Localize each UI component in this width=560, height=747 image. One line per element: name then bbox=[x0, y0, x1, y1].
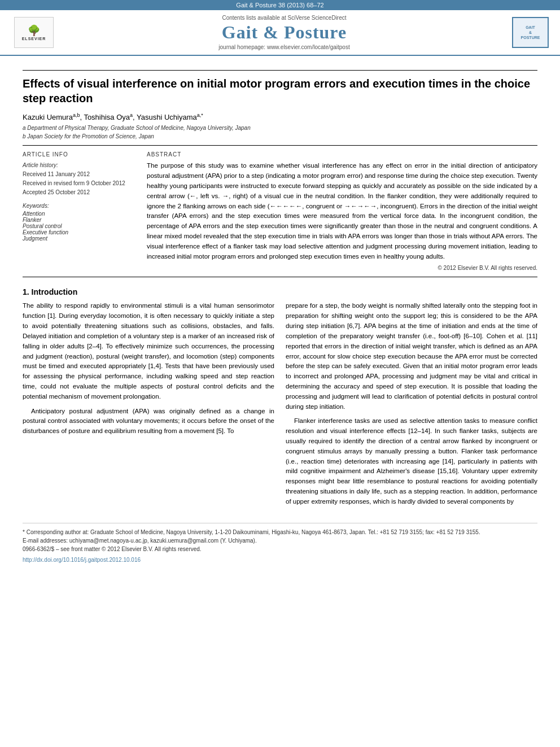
issue-label: Gait & Posture 38 (2013) 68–72 bbox=[236, 2, 323, 8]
journal-name: Gait & Posture bbox=[56, 22, 512, 43]
article-info-label: ARTICLE INFO bbox=[23, 151, 135, 158]
introduction-section: 1. Introduction The ability to respond r… bbox=[23, 287, 537, 511]
keyword-5: Judgment bbox=[23, 235, 135, 242]
author-sep2: , Yasushi Uchiyama bbox=[133, 113, 197, 121]
intro-para-2: Anticipatory postural adjustment (APA) w… bbox=[23, 407, 274, 436]
keywords-block: Keywords: Attention Flanker Postural con… bbox=[23, 203, 135, 242]
article-history: Article history: Received 11 January 201… bbox=[23, 161, 135, 197]
authors-line: Kazuki Uemuraa,b, Toshihisa Oyaa, Yasush… bbox=[23, 112, 537, 121]
keywords-label: Keywords: bbox=[23, 203, 135, 209]
article-info-col: ARTICLE INFO Article history: Received 1… bbox=[23, 151, 135, 271]
sciverse-line: Contents lists available at SciVerse Sci… bbox=[56, 15, 512, 21]
affiliation-b: b Japan Society for the Promotion of Sci… bbox=[23, 133, 537, 139]
abstract-col: ABSTRACT The purpose of this study was t… bbox=[147, 151, 537, 271]
keyword-3: Postural control bbox=[23, 223, 135, 229]
keyword-2: Flanker bbox=[23, 217, 135, 223]
gait-posture-badge: GAIT&POSTURE bbox=[512, 17, 549, 48]
revised-date: Received in revised form 9 October 2012 bbox=[23, 179, 135, 188]
body-col-left: The ability to respond rapidly to enviro… bbox=[23, 301, 274, 511]
copyright-line: © 2012 Elsevier B.V. All rights reserved… bbox=[147, 265, 537, 271]
sup-ab: a,b bbox=[73, 112, 80, 118]
intro-para-1: The ability to respond rapidly to enviro… bbox=[23, 301, 274, 401]
info-abstract-columns: ARTICLE INFO Article history: Received 1… bbox=[23, 151, 537, 271]
keywords-list: Attention Flanker Postural control Execu… bbox=[23, 211, 135, 242]
body-col-right: prepare for a step, the body weight is n… bbox=[286, 301, 537, 511]
page-wrapper: Gait & Posture 38 (2013) 68–72 🌳 ELSEVIE… bbox=[0, 0, 560, 573]
doi-line[interactable]: http://dx.doi.org/10.1016/j.gaitpost.201… bbox=[23, 556, 537, 564]
issn-line: 0966-6362/$ – see front matter © 2012 El… bbox=[23, 545, 537, 553]
elsevier-logo: 🌳 ELSEVIER bbox=[11, 17, 56, 48]
author-sep1: , Toshihisa Oya bbox=[80, 113, 130, 121]
keyword-1: Attention bbox=[23, 211, 135, 217]
sciverse-text: Contents lists available at SciVerse Sci… bbox=[222, 15, 346, 21]
journal-homepage: journal homepage: www.elsevier.com/locat… bbox=[56, 44, 512, 50]
journal-header: 🌳 ELSEVIER Contents lists available at S… bbox=[0, 10, 560, 56]
body-columns: The ability to respond rapidly to enviro… bbox=[23, 301, 537, 511]
elsevier-text: ELSEVIER bbox=[22, 37, 46, 41]
abstract-text: The purpose of this study was to examine… bbox=[147, 161, 537, 261]
footnote-area: * Corresponding author at: Graduate Scho… bbox=[23, 523, 537, 564]
top-divider bbox=[23, 70, 537, 71]
mid-divider bbox=[23, 145, 537, 146]
body-divider bbox=[23, 277, 537, 277]
header-bar: Gait & Posture 38 (2013) 68–72 bbox=[0, 0, 560, 10]
keyword-4: Executive function bbox=[23, 229, 135, 235]
journal-header-center: Contents lists available at SciVerse Sci… bbox=[56, 15, 512, 50]
abstract-label: ABSTRACT bbox=[147, 151, 537, 158]
gait-posture-badge-text: GAIT&POSTURE bbox=[521, 25, 540, 40]
corresponding-author: * Corresponding author at: Graduate Scho… bbox=[23, 528, 537, 536]
article-title: Effects of visual interference on initia… bbox=[23, 76, 537, 106]
elsevier-tree-icon: 🌳 bbox=[28, 24, 40, 37]
elsevier-logo-box: 🌳 ELSEVIER bbox=[14, 17, 54, 48]
history-label: Article history: bbox=[23, 161, 135, 170]
accepted-date: Accepted 25 October 2012 bbox=[23, 188, 135, 197]
email-line: E-mail addresses: uchiyama@met.nagoya-u.… bbox=[23, 536, 537, 545]
body-para-2: Flanker interference tasks are used as s… bbox=[286, 416, 537, 506]
article-content: Effects of visual interference on initia… bbox=[0, 56, 560, 573]
body-para-1: prepare for a step, the body weight is n… bbox=[286, 301, 537, 412]
sup-a2: a,* bbox=[197, 112, 203, 118]
author-kazuki: Kazuki Uemura bbox=[23, 113, 73, 121]
intro-title: 1. Introduction bbox=[23, 287, 537, 296]
affiliation-a: a Department of Physical Therapy, Gradua… bbox=[23, 125, 537, 131]
received-date: Received 11 January 2012 bbox=[23, 170, 135, 179]
